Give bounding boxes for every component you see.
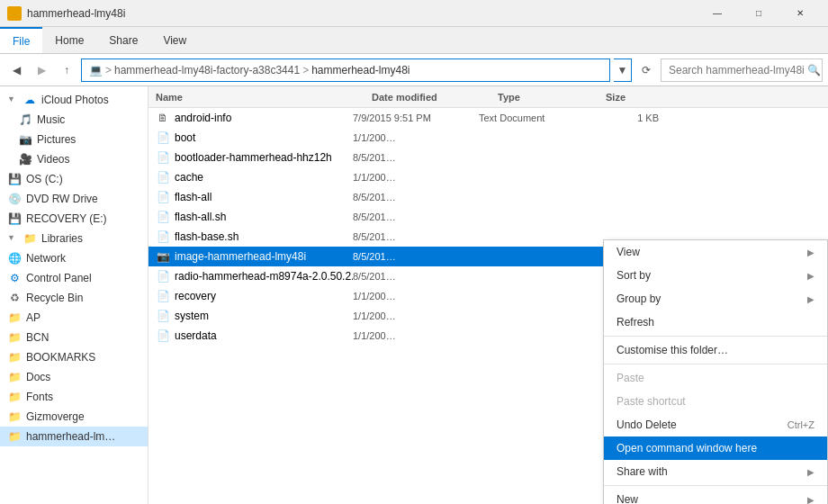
ctx-arrow-new: ▶ xyxy=(807,495,814,505)
ribbon: File Home Share View xyxy=(0,27,828,54)
file-icon: 📄 xyxy=(156,289,170,303)
table-row[interactable]: 🗎android-info 7/9/2015 9:51 PM Text Docu… xyxy=(148,108,828,128)
ctx-opencmd[interactable]: Open command window here xyxy=(604,436,827,460)
sidebar-label-bookmarks: BOOKMARKS xyxy=(26,351,95,364)
up-button[interactable]: ↑ xyxy=(56,59,77,81)
file-name-text: system xyxy=(175,310,209,322)
search-input[interactable] xyxy=(669,64,804,76)
file-date: 8/5/201… xyxy=(353,271,479,282)
file-icon: 📄 xyxy=(156,150,170,165)
ctx-sharewith[interactable]: Share with ▶ xyxy=(604,460,827,483)
sidebar-label-recyclebin: Recycle Bin xyxy=(26,292,83,304)
table-row[interactable]: 📄flash-all 8/5/201… xyxy=(148,187,828,207)
context-menu: View ▶ Sort by ▶ Group by ▶ Refresh Cust… xyxy=(603,239,828,504)
ctx-groupby[interactable]: Group by ▶ xyxy=(604,287,827,310)
refresh-button[interactable]: ⟳ xyxy=(635,59,657,81)
tab-share[interactable]: Share xyxy=(96,27,150,53)
sidebar-label-dvd: DVD RW Drive xyxy=(26,193,98,205)
ctx-new[interactable]: New ▶ xyxy=(604,488,827,504)
file-name-text: android-info xyxy=(175,112,231,124)
ctx-view-label: View xyxy=(616,246,640,258)
file-name-text: flash-all.sh xyxy=(175,211,226,223)
table-row[interactable]: 📄cache 1/1/200… xyxy=(148,167,828,187)
file-list-header: Name Date modified Type Size xyxy=(148,86,828,108)
sidebar-item-music[interactable]: 🎵 Music xyxy=(0,110,148,130)
sidebar-label-ap: AP xyxy=(26,311,40,324)
address-dropdown[interactable]: ▼ xyxy=(614,58,632,82)
sidebar-item-bcn[interactable]: 📁 BCN xyxy=(0,328,148,347)
ctx-customise-label: Customise this folder… xyxy=(616,344,728,356)
close-button[interactable]: ✕ xyxy=(779,0,821,27)
app-icon xyxy=(7,6,22,21)
sidebar-item-docs[interactable]: 📁 Docs xyxy=(0,367,148,387)
search-box: 🔍 xyxy=(661,58,823,82)
minimize-button[interactable]: — xyxy=(697,0,738,27)
sidebar-item-pictures[interactable]: 📷 Pictures xyxy=(0,130,148,149)
address-bar: ◀ ▶ ↑ 💻 > hammerhead-lmy48i-factory-a38c… xyxy=(0,54,828,86)
address-path[interactable]: 💻 > hammerhead-lmy48i-factory-a38c3441 >… xyxy=(81,58,610,82)
file-date: 8/5/201… xyxy=(353,192,479,202)
sidebar-item-hammerhead[interactable]: 📁 hammerhead-lm… xyxy=(0,427,148,446)
sidebar-item-osc[interactable]: 💾 OS (C:) xyxy=(0,169,148,189)
sidebar-item-fonts[interactable]: 📁 Fonts xyxy=(0,387,148,407)
file-date: 1/1/200… xyxy=(353,172,479,183)
ctx-customise[interactable]: Customise this folder… xyxy=(604,338,827,362)
sidebar-label-gizmoverge: Gizmoverge xyxy=(26,410,85,423)
maximize-button[interactable]: □ xyxy=(738,0,779,27)
sidebar-item-dvd[interactable]: 💿 DVD RW Drive xyxy=(0,189,148,209)
title-bar: hammerhead-lmy48i — □ ✕ xyxy=(0,0,828,27)
sidebar-item-videos[interactable]: 🎥 Videos xyxy=(0,149,148,169)
pictures-icon: 📷 xyxy=(18,132,32,147)
file-name-text: image-hammerhead-lmy48i xyxy=(175,250,306,263)
tab-file[interactable]: File xyxy=(0,27,42,53)
sidebar-item-libraries[interactable]: ▼ 📁 Libraries xyxy=(0,229,148,248)
file-date: 1/1/200… xyxy=(353,330,479,341)
file-name-text: flash-base.sh xyxy=(175,230,238,243)
table-row[interactable]: 📄boot 1/1/200… xyxy=(148,128,828,148)
col-header-name[interactable]: Name xyxy=(156,92,372,103)
sidebar-label-hammerhead: hammerhead-lm… xyxy=(26,430,115,443)
fonts-icon: 📁 xyxy=(7,390,22,404)
sidebar-item-network[interactable]: 🌐 Network xyxy=(0,248,148,268)
main-area: ▼ ☁ iCloud Photos 🎵 Music 📷 Pictures 🎥 V… xyxy=(0,86,828,504)
file-size: 1 KB xyxy=(587,112,659,123)
col-header-size[interactable]: Size xyxy=(606,92,678,103)
back-button[interactable]: ◀ xyxy=(5,59,27,81)
ctx-sortby[interactable]: Sort by ▶ xyxy=(604,264,827,287)
file-type: Text Document xyxy=(479,112,587,123)
file-name-text: boot xyxy=(175,131,195,144)
breadcrumb-root: 💻 xyxy=(89,64,103,76)
file-date: 8/5/201… xyxy=(353,212,479,222)
ctx-refresh[interactable]: Refresh xyxy=(604,310,827,334)
network-icon: 🌐 xyxy=(7,251,22,266)
sidebar-item-gizmoverge[interactable]: 📁 Gizmoverge xyxy=(0,407,148,427)
sidebar-label-pictures: Pictures xyxy=(37,133,76,146)
file-date: 7/9/2015 9:51 PM xyxy=(353,112,479,123)
sidebar-item-ap[interactable]: 📁 AP xyxy=(0,308,148,328)
ctx-undo-shortcut: Ctrl+Z xyxy=(788,419,814,430)
sidebar-item-icloud[interactable]: ▼ ☁ iCloud Photos xyxy=(0,90,148,110)
table-row[interactable]: 📄bootloader-hammerhead-hhz12h 8/5/201… xyxy=(148,148,828,167)
sidebar-label-music: Music xyxy=(37,113,65,126)
table-row[interactable]: 📄flash-all.sh 8/5/201… xyxy=(148,207,828,227)
ctx-sharewith-label: Share with xyxy=(616,465,668,478)
ctx-view[interactable]: View ▶ xyxy=(604,240,827,264)
icloud-icon: ☁ xyxy=(22,93,37,107)
sidebar-item-recyclebin[interactable]: ♻ Recycle Bin xyxy=(0,288,148,308)
window-title: hammerhead-lmy48i xyxy=(27,7,125,20)
window-controls: — □ ✕ xyxy=(697,0,821,27)
sidebar-label-docs: Docs xyxy=(26,371,50,383)
col-header-date[interactable]: Date modified xyxy=(372,92,498,103)
recyclebin-icon: ♻ xyxy=(7,291,22,305)
tab-view[interactable]: View xyxy=(150,27,199,53)
sidebar: ▼ ☁ iCloud Photos 🎵 Music 📷 Pictures 🎥 V… xyxy=(0,86,148,504)
file-icon: 📄 xyxy=(156,269,170,284)
col-header-type[interactable]: Type xyxy=(498,92,606,103)
sidebar-item-controlpanel[interactable]: ⚙ Control Panel xyxy=(0,268,148,288)
sidebar-item-recovery[interactable]: 💾 RECOVERY (E:) xyxy=(0,209,148,229)
sidebar-item-bookmarks[interactable]: 📁 BOOKMARKS xyxy=(0,347,148,367)
forward-button[interactable]: ▶ xyxy=(31,59,52,81)
ctx-arrow-sharewith: ▶ xyxy=(807,467,814,477)
ctx-undo[interactable]: Undo Delete Ctrl+Z xyxy=(604,413,827,436)
tab-home[interactable]: Home xyxy=(42,27,96,53)
